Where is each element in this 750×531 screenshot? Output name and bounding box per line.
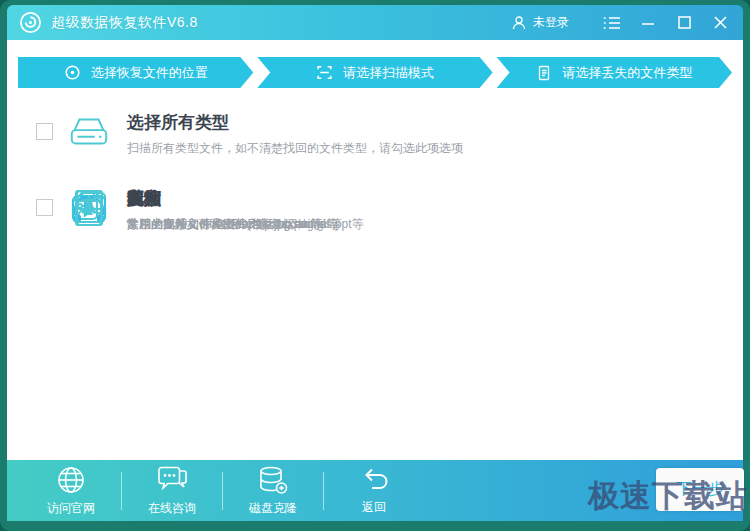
- footer-bar: 访问官网 在线咨询 磁盘克隆: [7, 460, 743, 521]
- minimize-icon[interactable]: [633, 11, 663, 35]
- globe-icon: [56, 465, 86, 495]
- back-icon: [359, 466, 389, 494]
- step-select-location[interactable]: 选择恢复文件的位置: [18, 57, 253, 88]
- main-panel: 选择恢复文件的位置 请选择扫描模式 请选择丢失的文件类型: [7, 40, 743, 460]
- footer-divider: [222, 472, 223, 510]
- close-icon[interactable]: [705, 11, 735, 35]
- select-all-row[interactable]: 选择所有类型 扫描所有类型文件，如不清楚找回的文件类型，请勾选此项选项: [36, 110, 686, 157]
- footer-label: 在线咨询: [148, 500, 196, 517]
- login-status[interactable]: 未登录: [511, 14, 569, 31]
- filetype-icon: [536, 65, 552, 81]
- select-all-desc: 扫描所有类型文件，如不清楚找回的文件类型，请勾选此项选项: [127, 140, 463, 157]
- footer-divider: [121, 472, 122, 510]
- type-desc: 除以上几种文件类型的文件: [127, 216, 271, 233]
- step-file-types[interactable]: 请选择丢失的文件类型: [497, 57, 732, 88]
- back-button[interactable]: 返回: [326, 460, 422, 521]
- step-label: 请选择丢失的文件类型: [562, 64, 692, 82]
- other-file-icon: [67, 186, 111, 230]
- chat-icon: [156, 465, 188, 495]
- select-all-checkbox[interactable]: [36, 123, 53, 140]
- scan-icon: [316, 64, 333, 81]
- user-icon: [511, 15, 527, 31]
- other-checkbox[interactable]: [36, 199, 53, 216]
- type-row-other[interactable]: 其它 除以上几种文件类型的文件: [36, 186, 271, 233]
- footer-label: 磁盘克隆: [249, 500, 297, 517]
- locate-icon: [64, 64, 81, 81]
- app-logo-icon: [19, 11, 42, 34]
- step-label: 请选择扫描模式: [343, 64, 434, 82]
- step-label: 选择恢复文件的位置: [91, 64, 208, 82]
- online-support-button[interactable]: 在线咨询: [124, 460, 220, 521]
- footer-label: 返回: [362, 499, 386, 516]
- menu-list-icon[interactable]: [597, 11, 627, 35]
- footer-label: 访问官网: [47, 500, 95, 517]
- login-label: 未登录: [533, 14, 569, 31]
- next-step-button[interactable]: 下一步: [656, 468, 744, 511]
- footer-divider: [323, 472, 324, 510]
- type-title: 其它: [127, 188, 271, 210]
- maximize-icon[interactable]: [669, 11, 699, 35]
- wizard-steps: 选择恢复文件的位置 请选择扫描模式 请选择丢失的文件类型: [18, 57, 732, 88]
- app-title: 超级数据恢复软件V6.8: [51, 14, 198, 32]
- app-window: 超级数据恢复软件V6.8 未登录: [0, 0, 750, 531]
- drive-icon: [67, 110, 111, 154]
- titlebar: 超级数据恢复软件V6.8 未登录: [7, 5, 743, 40]
- select-all-title: 选择所有类型: [127, 112, 463, 134]
- step-scan-mode[interactable]: 请选择扫描模式: [257, 57, 492, 88]
- disk-clone-button[interactable]: 磁盘克隆: [225, 460, 321, 521]
- visit-website-button[interactable]: 访问官网: [23, 460, 119, 521]
- disk-clone-icon: [257, 465, 289, 495]
